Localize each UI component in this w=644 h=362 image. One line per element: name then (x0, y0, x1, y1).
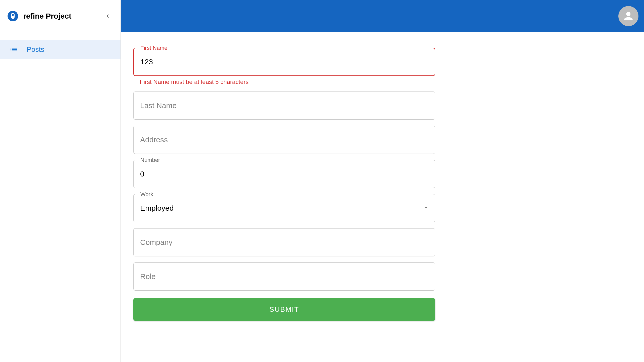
company-input[interactable] (133, 228, 435, 256)
first-name-error: First Name must be at least 5 characters (140, 78, 435, 85)
submit-button[interactable]: SUBMIT (133, 298, 435, 321)
collapse-sidebar-button[interactable] (102, 11, 113, 21)
number-input[interactable] (133, 160, 435, 188)
address-input[interactable] (133, 126, 435, 154)
first-name-input[interactable] (133, 48, 435, 76)
field-address (133, 126, 435, 154)
field-last-name (133, 92, 435, 120)
role-input[interactable] (133, 262, 435, 291)
work-label: Work (138, 191, 156, 198)
field-role (133, 262, 435, 291)
sidebar-nav: Posts (0, 32, 120, 59)
person-icon (622, 10, 635, 22)
field-number: Number (133, 160, 435, 188)
sidebar-item-posts[interactable]: Posts (0, 40, 120, 59)
chevron-left-icon (104, 13, 111, 20)
last-name-input[interactable] (133, 92, 435, 120)
field-company (133, 228, 435, 256)
first-name-label: First Name (138, 45, 170, 51)
topbar (121, 0, 644, 32)
field-work: Work (133, 194, 435, 222)
list-icon (10, 45, 18, 54)
content: First Name First Name must be at least 5… (121, 32, 644, 362)
sidebar: refine Project Posts (0, 0, 121, 362)
sidebar-item-label: Posts (27, 46, 44, 54)
logo-icon (8, 11, 18, 21)
field-first-name: First Name First Name must be at least 5… (133, 48, 435, 85)
avatar[interactable] (618, 6, 638, 26)
sidebar-header: refine Project (0, 0, 120, 32)
work-select[interactable] (133, 194, 435, 222)
number-label: Number (138, 157, 163, 163)
project-title: refine Project (23, 12, 102, 20)
user-form: First Name First Name must be at least 5… (133, 48, 435, 321)
main: First Name First Name must be at least 5… (121, 0, 644, 362)
